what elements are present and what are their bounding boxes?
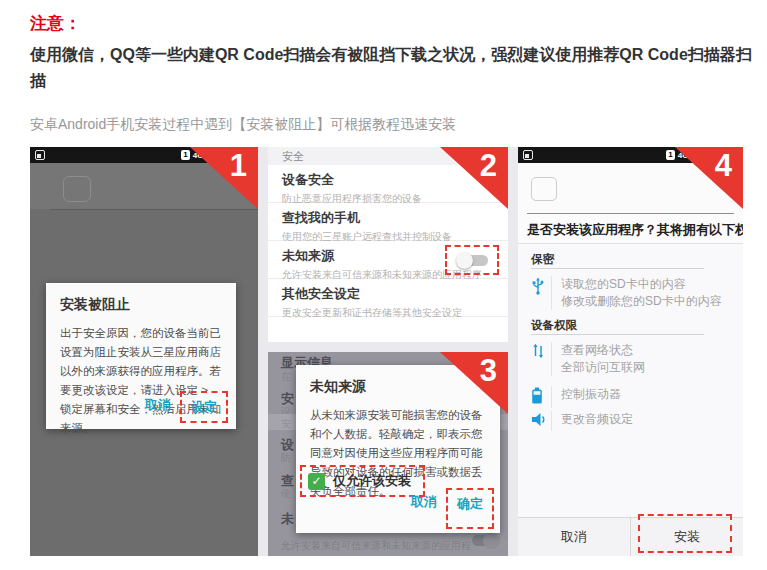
tutorial-subtitle: 安卓Android手机安装过程中遇到【安装被阻止】可根据教程迅速安装 [30,116,456,134]
cancel-button[interactable]: 取消 [518,518,630,556]
settings-button[interactable]: 设定 [180,391,228,423]
dimmed-text: 使 [281,487,291,501]
usb-icon [531,276,551,310]
highlight-box [638,514,732,553]
row-subtitle: 更改安全更新和证书存储等其他安全设定 [282,306,494,320]
step-ribbon [440,147,508,209]
permission-item: 控制振动器 [531,386,621,408]
notification-icon [523,150,533,160]
dimmed-text: 允许安装来自可信来源和未知来源的应用程序 [281,539,471,553]
step-number: 3 [480,354,497,388]
permission-text: 更改音频设定 [551,411,633,431]
divider [531,334,704,335]
battery-icon [531,386,551,408]
cancel-button[interactable]: 取消 [136,391,180,419]
section-header: 保密 [531,252,554,267]
step-number: 1 [230,149,247,183]
permission-item: 更改音频设定 [531,411,633,431]
step-ribbon [440,352,508,414]
install-question-title: 是否安装该应用程序？其将拥有以下权限： [527,221,739,238]
step4-screenshot: 1 4G 7:4 是否安装该应用程序？其将拥有以下权限： 保密 [518,147,743,556]
unknown-sources-toggle[interactable] [456,252,488,269]
dimmed-text: 防 [281,451,291,465]
row-title: 查找我的手机 [282,209,494,227]
speaker-icon [531,411,551,431]
dimmed-toggle [468,532,500,549]
permission-item: 查看网络状态 全部访问互联网 [531,342,645,376]
install-blocked-dialog: 安装被阻止 出于安全原因，您的设备当前已设置为阻止安装从三星应用商店以外的来源获… [46,283,236,429]
divider [50,209,258,210]
app-icon-placeholder [531,177,557,201]
step-number: 2 [480,149,497,183]
dimmed-text: 未 [281,510,294,528]
permission-text: 查看网络状态 全部访问互联网 [551,342,645,376]
app-icon-placeholder [63,176,91,202]
notification-icon [35,150,45,160]
sim-badge-icon: 1 [181,150,189,160]
dimmed-text: 在 [281,370,291,384]
step2-screenshot: 安全 设备安全 防止恶意应用程序损害您的设备 查找我的手机 使用您的三星账户远程… [268,147,508,342]
checkbox-label: 仅允许该安装 [333,472,411,490]
row-title: 其他安全设定 [282,285,494,303]
permission-text: 读取您的SD卡中的内容 修改或删除您的SD卡中的内容 [551,276,722,310]
step-ribbon [190,147,258,209]
step-number: 4 [715,149,732,183]
ok-button[interactable]: 确定 [446,488,494,529]
step-ribbon [675,147,743,209]
network-arrows-icon [531,342,551,376]
allow-once-checkbox[interactable]: ✓ [308,473,325,490]
tutorial-page: 注意： 使用微信，QQ等一些内建QR Code扫描会有被阻挡下载之状况，强烈建议… [0,0,767,570]
settings-row-other-security[interactable]: 其他安全设定 更改安全更新和证书存储等其他安全设定 [268,279,508,317]
step1-screenshot: 1 4G 7:4 安装被阻止 出于安全原因，您的设备当前已设置为阻止安装从三星应… [30,147,258,556]
notice-label: 注意： [30,12,81,35]
step3-screenshot: 显示信息 在 安 设 安 设 防 查 使 未 允许安装来自可信来源和未知来源的应… [268,352,508,556]
dialog-title: 安装被阻止 [60,296,222,314]
sim-badge-icon: 1 [666,150,674,160]
highlight-box [445,245,499,275]
screenshots-strip: 1 4G 7:4 安装被阻止 出于安全原因，您的设备当前已设置为阻止安装从三星应… [30,147,743,556]
warning-text: 使用微信，QQ等一些内建QR Code扫描会有被阻挡下载之状况，强烈建议使用推荐… [30,42,752,94]
permissions-area: 保密 读取 [518,243,743,517]
section-header: 设备权限 [531,318,577,333]
dimmed-text: 安 [281,417,291,431]
permission-text: 控制振动器 [551,386,621,408]
settings-row-unknown-sources[interactable]: 未知来源 允许安装来自可信来源和未知来源的应用程序 [268,241,508,279]
divider [531,268,704,269]
divider [527,213,734,214]
cancel-button[interactable]: 取消 [402,488,446,516]
permission-item: 读取您的SD卡中的内容 修改或删除您的SD卡中的内容 [531,276,722,310]
